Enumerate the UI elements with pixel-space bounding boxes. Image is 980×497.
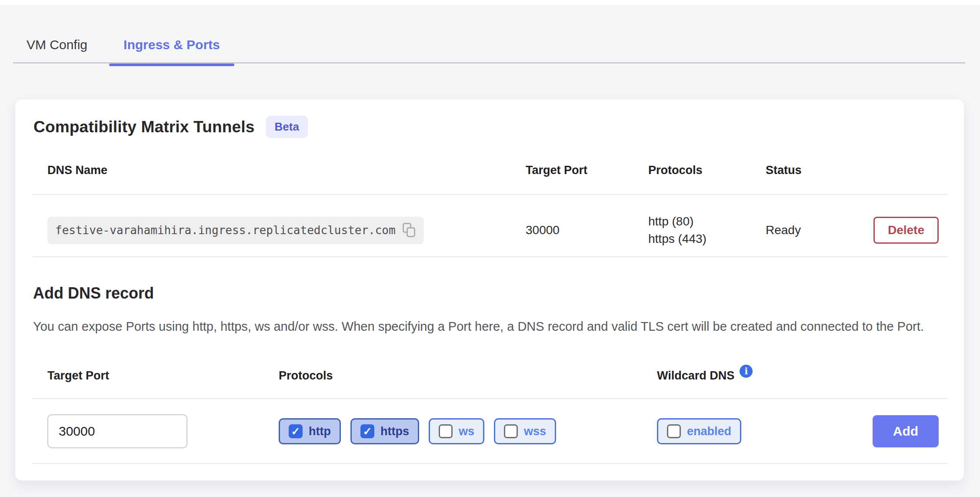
col-header-status: Status xyxy=(766,164,873,177)
checkbox-icon xyxy=(667,424,681,438)
tab-vm-config[interactable]: VM Config xyxy=(27,26,87,64)
form-label-target-port: Target Port xyxy=(47,369,279,383)
add-dns-description: You can expose Ports using http, https, … xyxy=(33,318,929,336)
wildcard-enabled-checkbox[interactable]: enabled xyxy=(657,418,741,444)
table-row: festive-varahamihira.ingress.replicatedc… xyxy=(47,204,947,257)
row-target-port: 30000 xyxy=(526,223,648,237)
table-header-divider xyxy=(33,194,947,195)
checkbox-icon xyxy=(360,424,374,438)
protocol-label: https xyxy=(380,425,409,438)
delete-button[interactable]: Delete xyxy=(873,217,939,244)
info-icon[interactable]: i xyxy=(740,365,753,378)
tabbar: VM Config Ingress & Ports xyxy=(27,26,234,64)
page: VM Config Ingress & Ports Compatibility … xyxy=(0,0,980,497)
checkbox-icon xyxy=(289,424,303,438)
protocol-pill-group: http https ws wss xyxy=(279,418,657,444)
form-label-divider xyxy=(33,398,947,399)
form-row: http https ws wss enabled xyxy=(47,413,947,450)
form-label-row: Target Port Protocols Wildcard DNS i xyxy=(47,366,947,386)
table-header-row: DNS Name Target Port Protocols Status xyxy=(47,159,947,181)
form-label-wildcard-dns: Wildcard DNS xyxy=(657,369,734,383)
checkbox-icon xyxy=(504,424,518,438)
add-dns-heading: Add DNS record xyxy=(33,284,154,302)
wildcard-label: enabled xyxy=(687,425,731,438)
tab-ingress-ports[interactable]: Ingress & Ports xyxy=(109,26,234,64)
protocol-checkbox-http[interactable]: http xyxy=(279,418,341,444)
checkbox-icon xyxy=(439,424,453,438)
col-header-dns-name: DNS Name xyxy=(47,164,526,177)
copy-icon[interactable] xyxy=(403,223,416,238)
beta-badge: Beta xyxy=(266,116,308,138)
protocol-checkbox-ws[interactable]: ws xyxy=(429,418,484,444)
row-protocol-http: http (80) xyxy=(648,213,766,230)
top-strip xyxy=(0,0,980,5)
col-header-protocols: Protocols xyxy=(648,164,766,177)
table-row-divider xyxy=(33,256,947,257)
add-button[interactable]: Add xyxy=(873,415,939,447)
page-title: Compatibility Matrix Tunnels xyxy=(33,118,255,136)
row-status: Ready xyxy=(766,223,873,237)
card-title-row: Compatibility Matrix Tunnels Beta xyxy=(33,116,308,138)
dns-name-pill: festive-varahamihira.ingress.replicatedc… xyxy=(47,217,424,244)
form-label-protocols: Protocols xyxy=(279,369,657,383)
row-protocol-https: https (443) xyxy=(648,230,766,248)
protocol-label: wss xyxy=(524,425,546,438)
protocol-label: ws xyxy=(459,425,474,438)
protocol-label: http xyxy=(309,425,331,438)
dns-name-value: festive-varahamihira.ingress.replicatedc… xyxy=(55,224,396,237)
form-bottom-divider xyxy=(33,463,947,464)
row-protocols: http (80) https (443) xyxy=(648,213,766,248)
tunnels-card: Compatibility Matrix Tunnels Beta DNS Na… xyxy=(15,99,964,481)
target-port-input[interactable] xyxy=(47,414,187,448)
protocol-checkbox-wss[interactable]: wss xyxy=(494,418,556,444)
protocol-checkbox-https[interactable]: https xyxy=(350,418,419,444)
col-header-target-port: Target Port xyxy=(526,164,648,177)
